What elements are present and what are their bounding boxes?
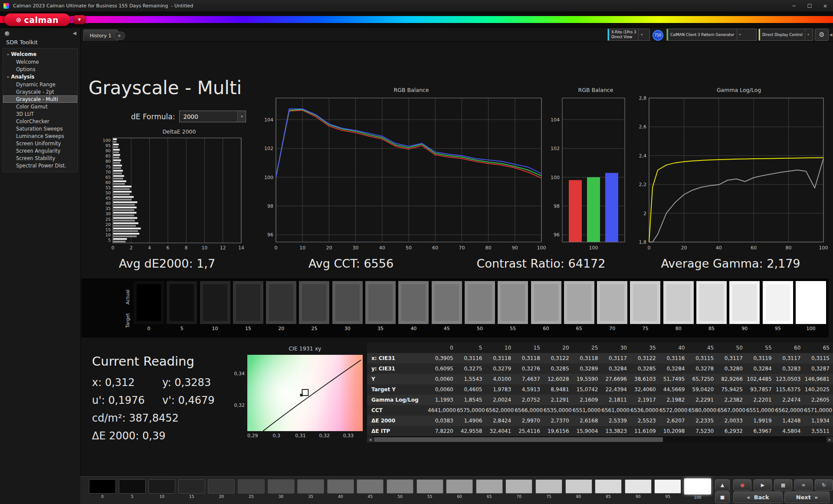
pattern-patch-80[interactable] [565,479,592,494]
table-cell: 1,4906 [457,416,486,426]
refresh-button[interactable]: ↻ [815,479,833,491]
patch-cell: 65 [476,479,503,500]
pattern-patch-95[interactable] [654,479,681,494]
scroll-right-button[interactable]: ▶ [826,437,833,442]
table-col-header: 55 [746,343,775,353]
pattern-patch-60[interactable] [446,479,473,494]
sidebar-item-3d-lut[interactable]: 3D LUT [3,110,77,118]
target-swatch [134,281,164,324]
stop-button[interactable]: ■ [715,491,730,503]
chevron-down-icon: ▾ [638,29,645,40]
grayscale-swatch-5: 5 [167,281,197,331]
pattern-patch-70[interactable] [505,479,532,494]
patch-level-label: 35 [308,494,313,499]
sidebar-item-welcome[interactable]: Welcome [3,58,77,65]
sidebar-item-dynamic-range[interactable]: Dynamic Range [3,81,77,88]
eject-button[interactable]: ▲ [715,479,730,491]
pattern-generator-dropdown[interactable]: CalMAN Client 3 Pattern Generator ▾ [666,29,757,41]
patch-cell: 40 [327,479,354,500]
target-swatch [465,281,495,324]
deltae-chart-plot: 0246810121410095908580757065605550454035… [95,136,246,252]
sidebar-item-screen-angularity[interactable]: Screen Angularity [3,147,77,154]
patch-cell: 45 [357,479,384,500]
next-button[interactable]: Next » [784,491,830,503]
sidebar-item-saturation-sweeps[interactable]: Saturation Sweeps [3,125,77,132]
svg-text:100: 100 [103,138,111,143]
current-reading-panel: Current Reading x: 0,312y: 0,3283u': 0,1… [92,354,239,442]
calman-logo[interactable]: ⊛ calman [4,13,70,26]
settings-button[interactable]: ⚙ [815,29,829,41]
sidebar-item-grayscale-multi[interactable]: Grayscale - Multi [3,95,77,103]
svg-text:102: 102 [551,146,560,151]
actual-swatch [766,284,790,321]
tab-history-1[interactable]: History 1 [83,29,118,41]
play-button[interactable]: ▶ [754,479,772,491]
loop-button[interactable]: ∞ [794,479,813,491]
sidebar-item-screen-stability[interactable]: Screen Stability [3,154,77,162]
pattern-patch-50[interactable] [387,479,413,494]
pattern-patch-0[interactable] [89,479,116,494]
table-scrollbar[interactable]: ◀ ▶ [367,436,833,442]
record-button[interactable]: ● [733,479,751,491]
sidebar-item-screen-uniformity[interactable]: Screen Uniformity [3,140,77,147]
scroll-left-button[interactable]: ◀ [367,437,374,442]
minimize-button[interactable]: ─ [786,0,802,12]
panel-menu-button[interactable] [5,31,10,36]
close-button[interactable]: × [817,0,833,12]
cie-x-tick: 0,33 [341,433,356,439]
back-button[interactable]: « Back [733,491,783,503]
pattern-patch-25[interactable] [238,479,265,494]
de-formula-select[interactable]: 2000 ▾ [179,111,246,122]
svg-text:2,4: 2,4 [639,153,647,159]
meter-dropdown[interactable]: X-Rite i1Pro 3 Direct View ▾ [607,29,650,41]
cie-chart: CIE 1931 xy 0,340,32 0,290,30,310,320,33 [230,345,363,446]
table-cell: 2,2335 [688,416,717,426]
pattern-patch-55[interactable] [416,479,443,494]
pattern-patch-45[interactable] [357,479,384,494]
table-row-label: ΔE 2000 [367,416,428,426]
tree-section-welcome[interactable]: ▸Welcome [3,50,77,58]
table-cell: 32,4060 [630,384,659,395]
save-button[interactable]: ▦ [774,479,792,491]
tree-expand-icon: ▸ [7,52,10,56]
sidebar-item-luminance-sweeps[interactable]: Luminance Sweeps [3,132,77,140]
swatch-level-label: 75 [642,326,648,331]
pattern-patch-5[interactable] [119,479,146,494]
pattern-patch-30[interactable] [268,479,295,494]
table-cell: 7,5230 [688,426,717,436]
patch-cell: 50 [387,479,413,500]
grayscale-swatch-60: 60 [531,281,561,331]
scrollbar-thumb[interactable] [374,437,663,442]
table-cell: 0,3284 [601,363,630,374]
pattern-patch-65[interactable] [476,479,503,494]
logo-dropdown-button[interactable]: ▼ [74,15,85,24]
sidebar-item-options[interactable]: Options [3,65,77,73]
table-cell: 15,0742 [573,384,602,395]
svg-text:30: 30 [105,211,111,216]
pattern-patch-15[interactable] [178,479,205,494]
sidebar-item-spectral-power-dist[interactable]: Spectral Power Dist. [3,162,77,169]
pattern-patch-40[interactable] [327,479,354,494]
table-cell: 6,2932 [717,426,746,436]
collapse-devices-button[interactable]: ◀ [829,31,833,39]
sidebar-item-grayscale-2pt[interactable]: Grayscale - 2pt [3,88,77,95]
collapse-sidebar-button[interactable]: ◀ [73,30,76,36]
maximize-button[interactable]: ☐ [802,0,817,12]
pattern-patch-100[interactable] [684,478,711,494]
pattern-patch-90[interactable] [625,479,652,494]
pattern-patch-20[interactable] [208,479,235,494]
add-tab-button[interactable]: + [114,32,125,40]
cie-chart-title: CIE 1931 xy [247,345,363,354]
pattern-patch-85[interactable] [595,479,622,494]
sidebar-item-colorchecker[interactable]: ColorChecker [3,118,77,125]
display-control-dropdown[interactable]: Direct Display Control ▾ [758,29,813,41]
svg-text:96: 96 [554,232,560,238]
target-swatch [796,281,826,324]
pattern-patch-10[interactable] [148,479,175,494]
tree-section-analysis[interactable]: ▸Analysis [3,73,77,81]
svg-text:65: 65 [105,175,111,180]
sidebar-item-color-gamut[interactable]: Color Gamut [3,103,77,110]
pattern-patch-35[interactable] [297,479,324,494]
pattern-patch-75[interactable] [535,479,562,494]
actual-swatch [600,284,624,321]
